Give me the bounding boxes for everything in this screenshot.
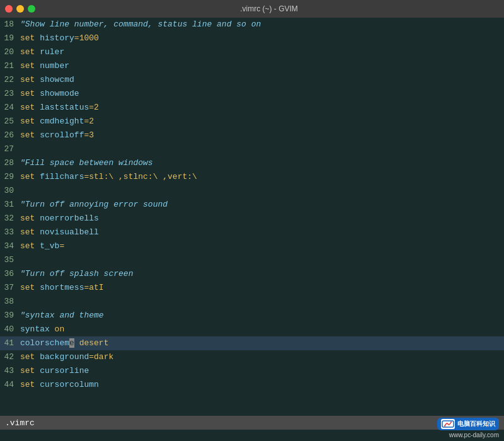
line-32: 32set noerrorbells — [0, 212, 504, 226]
line-23: 23set showmode — [0, 87, 504, 101]
line-34: 34set t_vb= — [0, 239, 504, 253]
line-number: 44 — [0, 378, 18, 392]
minimize-button[interactable] — [16, 5, 24, 13]
line-content: set noerrorbells — [18, 212, 504, 226]
line-number: 22 — [0, 73, 18, 87]
line-41: 41colorscheme desert — [0, 336, 504, 350]
line-33: 33set novisualbell — [0, 226, 504, 239]
statusbar: .vimrc 41,11 28% — [0, 416, 504, 430]
line-content: set shortmess=atI — [18, 281, 504, 295]
line-38: 38 — [0, 295, 504, 309]
line-36: 36"Turn off splash screen — [0, 267, 504, 281]
line-content: set background=dark — [18, 350, 504, 364]
svg-point-1 — [444, 425, 445, 427]
line-number: 25 — [0, 115, 18, 129]
line-42: 42set background=dark — [0, 350, 504, 364]
line-number: 39 — [0, 309, 18, 323]
line-content: "Show line number, command, status line … — [18, 18, 504, 32]
line-content: "Turn off splash screen — [18, 267, 504, 281]
line-content: "Turn off annoying error sound — [18, 198, 504, 212]
svg-point-2 — [450, 421, 452, 423]
line-number: 38 — [0, 295, 18, 309]
line-content: syntax on — [18, 323, 504, 336]
line-number: 24 — [0, 101, 18, 115]
line-content: set history=1000 — [18, 32, 504, 45]
titlebar: .vimrc (~) - GVIM — [0, 0, 504, 18]
line-44: 44set cursorcolumn — [0, 378, 504, 392]
line-number: 31 — [0, 198, 18, 212]
line-number: 37 — [0, 281, 18, 295]
line-content: set cmdheight=2 — [18, 115, 504, 129]
close-button[interactable] — [5, 5, 13, 13]
line-30: 30 — [0, 184, 504, 198]
line-content: set cursorcolumn — [18, 378, 504, 392]
watermark-logo: 电脑百科知识 — [437, 418, 499, 430]
maximize-button[interactable] — [28, 5, 35, 13]
line-content: set ruler — [18, 45, 504, 59]
line-27: 27 — [0, 142, 504, 156]
line-37: 37set shortmess=atI — [0, 281, 504, 295]
line-content: set showcmd — [18, 73, 504, 87]
line-number: 40 — [0, 323, 18, 336]
line-number: 42 — [0, 350, 18, 364]
line-31: 31"Turn off annoying error sound — [0, 198, 504, 212]
line-content: set cursorline — [18, 364, 504, 378]
line-number: 35 — [0, 253, 18, 267]
line-number: 19 — [0, 32, 18, 45]
line-content: colorscheme desert — [18, 336, 504, 350]
watermark: 电脑百科知识 www.pc-daily.com — [437, 418, 499, 438]
line-content: set showmode — [18, 87, 504, 101]
line-number: 41 — [0, 336, 18, 350]
line-number: 28 — [0, 156, 18, 170]
line-40: 40syntax on — [0, 323, 504, 336]
watermark-url: www.pc-daily.com — [449, 432, 499, 438]
line-number: 21 — [0, 59, 18, 73]
line-number: 33 — [0, 226, 18, 239]
line-number: 29 — [0, 170, 18, 184]
line-29: 29set fillchars=stl:\ ,stlnc:\ ,vert:\ — [0, 170, 504, 184]
line-number: 26 — [0, 129, 18, 142]
line-content: set scrolloff=3 — [18, 129, 504, 142]
line-22: 22set showcmd — [0, 73, 504, 87]
line-19: 19set history=1000 — [0, 32, 504, 45]
line-number: 34 — [0, 239, 18, 253]
logo-icon — [441, 419, 455, 429]
line-39: 39"syntax and theme — [0, 309, 504, 323]
line-number: 18 — [0, 18, 18, 32]
line-28: 28"Fill space between windows — [0, 156, 504, 170]
line-number: 27 — [0, 142, 18, 156]
line-content: set novisualbell — [18, 226, 504, 239]
line-43: 43set cursorline — [0, 364, 504, 378]
line-number: 30 — [0, 184, 18, 198]
line-26: 26set scrolloff=3 — [0, 129, 504, 142]
logo-brand: 电脑百科知识 — [457, 420, 495, 428]
window-title: .vimrc (~) - GVIM — [39, 4, 499, 13]
line-content: set t_vb= — [18, 239, 504, 253]
line-20: 20set ruler — [0, 45, 504, 59]
line-35: 35 — [0, 253, 504, 267]
line-number: 43 — [0, 364, 18, 378]
line-content: "syntax and theme — [18, 309, 504, 323]
line-number: 23 — [0, 87, 18, 101]
editor[interactable]: 18"Show line number, command, status lin… — [0, 18, 504, 416]
line-number: 20 — [0, 45, 18, 59]
line-25: 25set cmdheight=2 — [0, 115, 504, 129]
line-18: 18"Show line number, command, status lin… — [0, 18, 504, 32]
line-content: "Fill space between windows — [18, 156, 504, 170]
line-number: 36 — [0, 267, 18, 281]
line-content: set fillchars=stl:\ ,stlnc:\ ,vert:\ — [18, 170, 504, 184]
line-number: 32 — [0, 212, 18, 226]
line-content: set laststatus=2 — [18, 101, 504, 115]
line-24: 24set laststatus=2 — [0, 101, 504, 115]
line-21: 21set number — [0, 59, 504, 73]
line-content: set number — [18, 59, 504, 73]
status-filename: .vimrc — [5, 418, 450, 428]
